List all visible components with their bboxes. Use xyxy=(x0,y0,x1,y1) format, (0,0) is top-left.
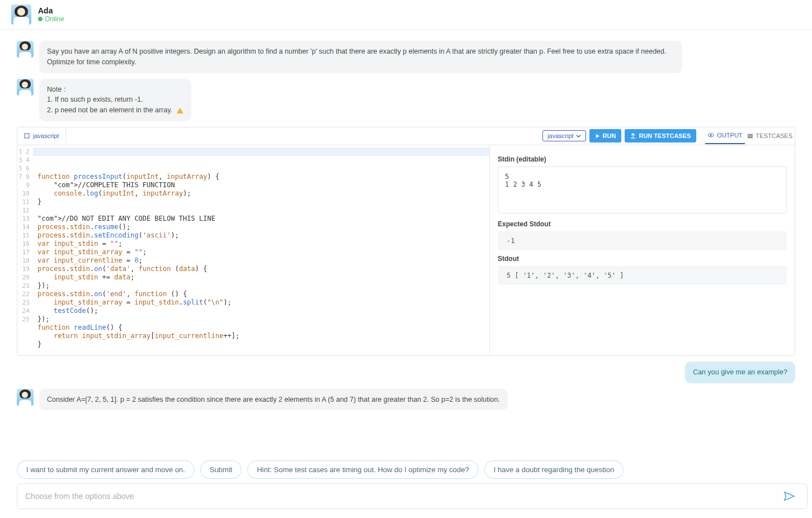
bot-message: Consider A=[7, 2, 5, 1]. p = 2 satisfies… xyxy=(17,389,795,411)
output-tab[interactable]: OUTPUT xyxy=(705,127,744,144)
svg-rect-5 xyxy=(748,137,753,138)
message-bubble: Consider A=[7, 2, 5, 1]. p = 2 satisfies… xyxy=(39,389,508,411)
stdin-input[interactable] xyxy=(498,167,787,213)
svg-rect-4 xyxy=(748,135,753,136)
note-line: 2. p need not be an element in the array… xyxy=(47,105,183,116)
line-gutter: 1 2 3 4 5 6 7 8 9 10 11 12 13 14 15 16 1… xyxy=(17,145,33,355)
bot-avatar-small xyxy=(17,79,34,96)
bot-message: Say you have an array A of N positive in… xyxy=(17,41,795,73)
message-bubble: Say you have an array A of N positive in… xyxy=(39,41,682,73)
suggestion-row: I want to submit my current answer and m… xyxy=(0,455,812,483)
language-select[interactable]: javascript xyxy=(542,130,586,141)
expected-stdout-label: Expected Stdout xyxy=(498,220,787,228)
code-editor[interactable]: 1 2 3 4 5 6 7 8 9 10 11 12 13 14 15 16 1… xyxy=(17,145,490,355)
stdout-label: Stdout xyxy=(498,255,787,263)
editor-language-tab[interactable]: javascript xyxy=(17,129,66,142)
chat-header: Ada Online xyxy=(0,0,812,30)
suggestion-chip-doubt[interactable]: I have a doubt regarding the question xyxy=(484,460,624,479)
stdout-box: 5 [ '1', '2', '3', '4', '5' ] xyxy=(498,266,787,285)
send-button[interactable] xyxy=(783,483,795,509)
chat-input[interactable] xyxy=(17,483,808,509)
bot-message: Note : 1. If no such p exists, return -1… xyxy=(17,79,795,121)
code-area[interactable]: function processInput(inputInt, inputArr… xyxy=(33,145,489,355)
chevron-down-icon xyxy=(576,134,581,139)
editor-toolbar: javascript javascript RUN RUN TESTCASES xyxy=(17,127,795,145)
suggestion-chip-submit[interactable]: Submit xyxy=(200,460,242,479)
user-message: Can you give me an example? xyxy=(17,362,795,383)
code-icon xyxy=(24,133,30,139)
note-title: Note : xyxy=(47,84,183,95)
eye-icon xyxy=(707,132,714,139)
code-editor-panel: javascript javascript RUN RUN TESTCASES xyxy=(17,127,795,356)
run-testcases-button[interactable]: RUN TESTCASES xyxy=(625,129,696,142)
list-icon xyxy=(747,133,753,139)
upload-icon xyxy=(630,133,636,139)
chat-scroll[interactable]: Say you have an array A of N positive in… xyxy=(0,30,812,455)
svg-point-2 xyxy=(710,135,712,136)
warning-icon xyxy=(177,108,183,113)
status-dot-icon xyxy=(38,17,43,21)
testcases-tab[interactable]: TESTCASES xyxy=(745,128,795,144)
chat-input-row xyxy=(0,483,812,518)
svg-rect-0 xyxy=(25,134,29,138)
note-line: 1. If no such p exists, return -1. xyxy=(47,94,183,105)
current-line-highlight xyxy=(33,148,489,156)
message-bubble: Note : 1. If no such p exists, return -1… xyxy=(39,79,191,121)
bot-avatar-small xyxy=(17,41,34,58)
stdin-label: Stdin (editable) xyxy=(498,155,787,163)
status-text: Online xyxy=(45,15,64,23)
suggestion-chip-submit-move-on[interactable]: I want to submit my current answer and m… xyxy=(17,460,195,479)
bot-avatar-small xyxy=(17,389,34,406)
expected-stdout-box: -1 xyxy=(498,231,787,250)
send-icon xyxy=(783,490,795,502)
play-icon xyxy=(595,134,600,139)
run-button[interactable]: RUN xyxy=(589,129,622,142)
message-bubble: Can you give me an example? xyxy=(685,362,795,383)
bot-avatar xyxy=(11,4,31,25)
svg-rect-3 xyxy=(748,134,753,135)
suggestion-chip-hint[interactable]: Hint: Some test cases are timing out. Ho… xyxy=(247,460,478,479)
output-pane: Stdin (editable) Expected Stdout -1 Stdo… xyxy=(490,145,795,355)
bot-name: Ada xyxy=(38,6,64,15)
